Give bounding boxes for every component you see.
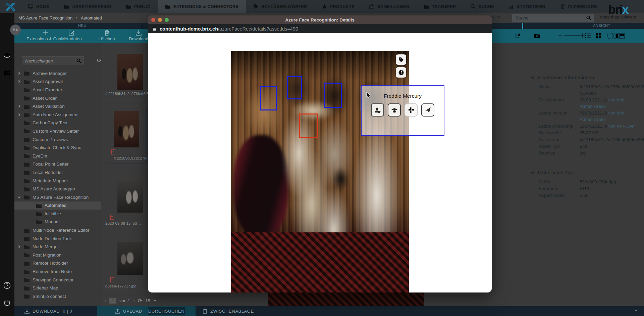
chevron-right-icon[interactable] <box>30 220 36 223</box>
asset-thumbnail[interactable] <box>117 242 143 275</box>
collapse-face-button[interactable] <box>405 103 418 117</box>
layout-top-icon[interactable] <box>619 33 625 39</box>
tree-item[interactable]: MS Azure Face Recognition <box>14 193 101 201</box>
tree-refresh-icon[interactable]: ⟳ <box>97 57 101 64</box>
nav-tab[interactable]: SCHLÜSSELWÖRTER <box>246 0 315 13</box>
chevron-right-icon[interactable] <box>18 286 24 289</box>
tree-item[interactable]: Automated <box>14 201 101 210</box>
upload-button[interactable]: UPLOAD <box>115 306 142 316</box>
tree-item[interactable]: Duplicate Check & Sync <box>14 143 101 152</box>
section-header[interactable]: Allgemeine Informationen <box>531 75 641 80</box>
info-button[interactable] <box>396 67 406 78</box>
tag-asset-button[interactable] <box>396 54 406 65</box>
asset-thumbnail[interactable] <box>117 54 143 90</box>
chevron-right-icon[interactable] <box>18 80 24 83</box>
tree-item[interactable]: Remove from Node <box>14 267 101 276</box>
chevron-right-icon[interactable] <box>18 245 24 248</box>
tree-item[interactable]: Local Hotfolder <box>14 168 101 177</box>
breadcrumb-current[interactable]: Automated <box>81 15 102 20</box>
chevron-right-icon[interactable] <box>18 163 24 166</box>
nav-tab[interactable]: EXTENSIONS & CONNECTORS <box>158 0 246 13</box>
clipboard-button[interactable]: ZWISCHENABLAGE <box>202 306 254 316</box>
chevron-right-icon[interactable] <box>18 196 24 199</box>
chevron-right-icon[interactable] <box>18 171 24 174</box>
tree-item[interactable]: Remote Hotfolder <box>14 259 101 268</box>
next-page-button[interactable]: › <box>133 298 135 304</box>
folder-preview-icon[interactable] <box>534 33 540 39</box>
chevron-right-icon[interactable] <box>18 113 24 116</box>
tree-item[interactable]: Focal Point Setter <box>14 160 101 169</box>
tree-item[interactable]: Asset Order <box>14 94 101 102</box>
layout-empty-icon[interactable] <box>607 33 613 39</box>
chevron-right-icon[interactable] <box>18 146 24 149</box>
tree-search-input[interactable] <box>24 58 76 64</box>
tree-item[interactable]: Custom Previews <box>14 135 101 144</box>
nav-tab[interactable]: ARBEITSBEREICH <box>57 0 119 13</box>
tree-item[interactable]: Post Migration <box>14 251 101 259</box>
ribbon-metadata-button[interactable]: Metadaten <box>55 30 88 41</box>
app-x-logo[interactable] <box>0 0 21 13</box>
tree-search-box[interactable] <box>22 56 84 65</box>
tree-item[interactable]: Multi Node Reference Editor <box>14 226 101 234</box>
tree-item[interactable]: Node Merger <box>14 242 101 251</box>
chevron-right-icon[interactable] <box>18 154 24 157</box>
tree-view-icon[interactable] <box>515 33 521 39</box>
list-item-selected[interactable]: fc22189b31c2c276f... <box>106 107 147 164</box>
chevron-right-icon[interactable] <box>30 212 36 215</box>
list-item[interactable]: fc22189b31c2c276fed6f89c03396 <box>105 54 148 103</box>
tree-item[interactable]: Manual <box>14 218 101 226</box>
nav-tab[interactable]: HOME <box>21 0 57 13</box>
maximize-button[interactable] <box>165 18 169 22</box>
send-face-button[interactable] <box>421 103 434 117</box>
nav-tab[interactable]: PUBLIC <box>119 0 158 13</box>
close-button[interactable] <box>151 18 155 22</box>
face-box-red[interactable] <box>299 114 318 138</box>
section-header[interactable]: Technischer Typ <box>531 170 641 175</box>
tree-item[interactable]: Asset Exporter <box>14 86 101 94</box>
breadcrumb[interactable]: MS Azure Face Recognition › Automated <box>18 15 102 20</box>
slider-handle[interactable] <box>582 33 583 38</box>
nav-tab[interactable]: PAPIERKORB <box>553 0 604 13</box>
nav-tab[interactable]: SAMMLUNGEN <box>362 0 417 13</box>
asset-thumbnail[interactable] <box>114 111 139 147</box>
chevron-right-icon[interactable] <box>18 187 24 190</box>
chevron-right-icon[interactable] <box>18 97 24 100</box>
tree-item[interactable]: MS Azure Autotagger <box>14 185 101 193</box>
face-box-blue[interactable] <box>324 83 342 108</box>
chevron-right-icon[interactable] <box>18 229 24 232</box>
train-face-button[interactable] <box>388 103 401 117</box>
tree-item[interactable]: Smint.io connect <box>14 292 101 301</box>
breadcrumb-parent[interactable]: MS Azure Face Recognition <box>18 15 72 20</box>
chevron-right-icon[interactable] <box>18 295 24 298</box>
nav-tab[interactable]: PRODUKTE <box>315 0 362 13</box>
modal-title-bar[interactable]: Azure Face Recognition: Details <box>148 15 492 24</box>
tree-item[interactable]: Showpad Connector <box>14 276 101 284</box>
chevron-right-icon[interactable] <box>18 179 24 182</box>
minimize-button[interactable] <box>158 18 162 22</box>
tree-item[interactable]: Archive Manager <box>14 69 101 78</box>
tree-item[interactable]: Metadata Mapper <box>14 177 101 185</box>
list-view-icon[interactable] <box>585 33 591 39</box>
power-icon[interactable] <box>3 299 11 307</box>
tree-item[interactable]: EyeEm <box>14 152 101 160</box>
nav-tab[interactable]: SUCHE <box>463 0 501 13</box>
page-size-value[interactable]: 15 <box>145 298 150 303</box>
chevron-right-icon[interactable] <box>18 237 24 240</box>
layers-icon[interactable] <box>3 52 11 59</box>
tree-item[interactable]: Node Deletion Task <box>14 234 101 243</box>
chevron-right-icon[interactable] <box>18 262 24 265</box>
help-icon[interactable] <box>3 282 11 289</box>
global-search-box[interactable] <box>512 14 594 22</box>
thumbnail-zoom-slider[interactable] <box>564 35 585 36</box>
chevron-right-icon[interactable] <box>18 130 24 133</box>
asset-thumbnail[interactable] <box>117 179 143 213</box>
ribbon-delete-button[interactable]: Löschen <box>92 30 122 41</box>
tree-item[interactable]: Custom Preview Setter <box>14 127 101 135</box>
chevron-right-icon[interactable] <box>18 254 24 257</box>
face-box-blue[interactable] <box>260 86 277 110</box>
tree-item[interactable]: Asset Approval <box>14 78 101 86</box>
tree-item[interactable]: CarbonCopy Test <box>14 119 101 127</box>
assign-person-button[interactable] <box>371 103 384 117</box>
tree-item[interactable]: Auto Node Assignment <box>14 110 101 119</box>
nav-tab[interactable]: STATISTIKEN <box>501 0 553 13</box>
